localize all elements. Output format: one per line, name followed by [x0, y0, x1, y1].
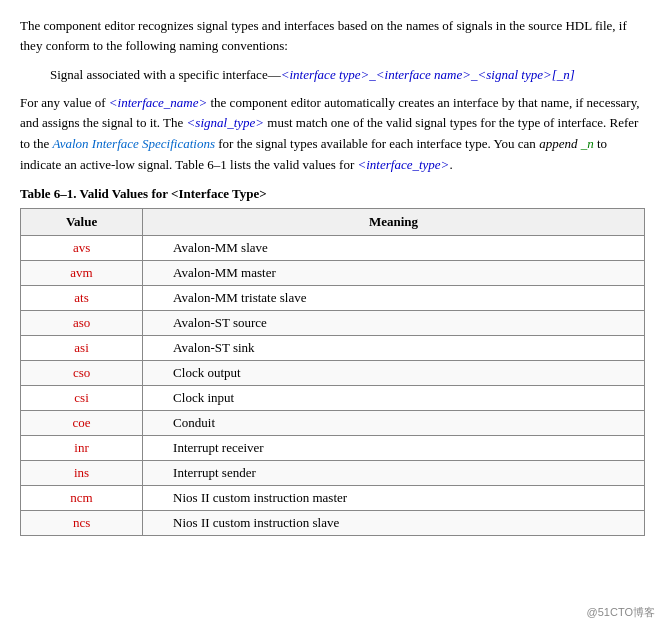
interface-type-table: Value Meaning avsAvalon-MM slaveavmAvalo… — [20, 208, 645, 536]
table-cell-value: asi — [21, 335, 143, 360]
signal-type-ref: <signal_type> — [187, 115, 264, 130]
table-row: csoClock output — [21, 360, 645, 385]
table-row: inrInterrupt receiver — [21, 435, 645, 460]
table-cell-value: aso — [21, 310, 143, 335]
table-cell-meaning: Avalon-ST sink — [143, 335, 645, 360]
table-title: Table 6–1. Valid Values for <Interface T… — [20, 186, 645, 202]
table-cell-meaning: Interrupt receiver — [143, 435, 645, 460]
table-cell-meaning: Clock output — [143, 360, 645, 385]
table-row: avsAvalon-MM slave — [21, 235, 645, 260]
table-row: csiClock input — [21, 385, 645, 410]
table-row: asiAvalon-ST sink — [21, 335, 645, 360]
table-row: insInterrupt sender — [21, 460, 645, 485]
table-cell-meaning: Avalon-MM slave — [143, 235, 645, 260]
table-cell-value: csi — [21, 385, 143, 410]
table-cell-meaning: Avalon-MM tristate slave — [143, 285, 645, 310]
table-cell-meaning: Avalon-ST source — [143, 310, 645, 335]
table-row: ncmNios II custom instruction master — [21, 485, 645, 510]
interface-name-ref: <interface_name> — [109, 95, 207, 110]
table-row: asoAvalon-ST source — [21, 310, 645, 335]
table-cell-value: coe — [21, 410, 143, 435]
intro-section: The component editor recognizes signal t… — [20, 16, 645, 176]
table-cell-value: ncs — [21, 510, 143, 535]
avalon-link[interactable]: Avalon Interface Specifications — [53, 136, 215, 151]
table-section: Table 6–1. Valid Values for <Interface T… — [20, 186, 645, 536]
col-meaning-header: Meaning — [143, 208, 645, 235]
col-value-header: Value — [21, 208, 143, 235]
signal-rule-italic: <interface type>_<interface name>_<signa… — [281, 67, 575, 82]
table-cell-meaning: Conduit — [143, 410, 645, 435]
table-cell-value: inr — [21, 435, 143, 460]
table-row: avmAvalon-MM master — [21, 260, 645, 285]
table-cell-meaning: Avalon-MM master — [143, 260, 645, 285]
table-cell-value: ncm — [21, 485, 143, 510]
table-cell-value: ins — [21, 460, 143, 485]
table-cell-meaning: Nios II custom instruction slave — [143, 510, 645, 535]
intro-paragraph1: The component editor recognizes signal t… — [20, 16, 645, 55]
table-cell-value: cso — [21, 360, 143, 385]
table-cell-meaning: Nios II custom instruction master — [143, 485, 645, 510]
table-row: ncsNios II custom instruction slave — [21, 510, 645, 535]
intro-paragraph2: For any value of <interface_name> the co… — [20, 93, 645, 176]
table-cell-meaning: Clock input — [143, 385, 645, 410]
table-cell-meaning: Interrupt sender — [143, 460, 645, 485]
signal-rule-text: Signal associated with a specific interf… — [50, 67, 281, 82]
table-cell-value: avs — [21, 235, 143, 260]
table-cell-value: avm — [21, 260, 143, 285]
table-row: coeConduit — [21, 410, 645, 435]
table-row: atsAvalon-MM tristate slave — [21, 285, 645, 310]
table-header-row: Value Meaning — [21, 208, 645, 235]
table-cell-value: ats — [21, 285, 143, 310]
n-suffix: _n — [581, 136, 594, 151]
signal-rule: Signal associated with a specific interf… — [50, 65, 645, 85]
interface-type-ref: <interface_type> — [357, 157, 449, 172]
